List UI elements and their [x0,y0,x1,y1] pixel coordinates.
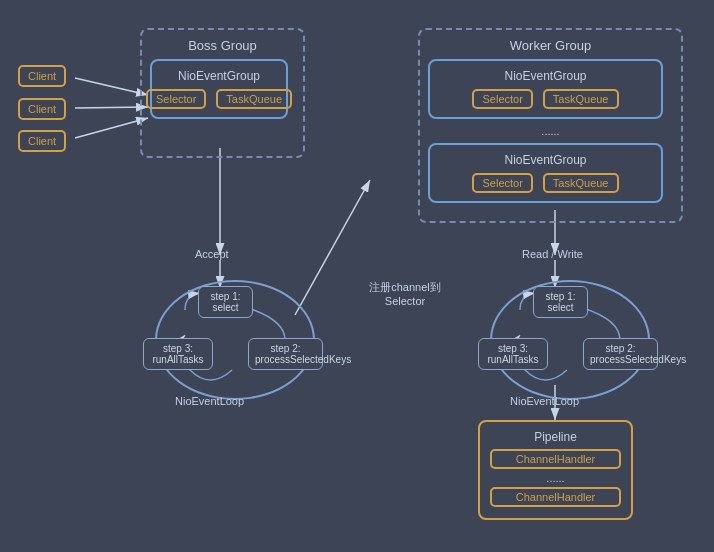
channel-handler-1: ChannelHandler [490,449,621,469]
svg-line-3 [75,107,148,108]
worker-group-title: Worker Group [428,38,673,53]
worker2-selector-tag: Selector [472,173,532,193]
boss-step1: step 1: select [198,286,253,318]
worker-event-loop-label: NioEventLoop [510,395,579,407]
svg-line-7 [295,180,370,315]
worker-event-group-2-label: NioEventGroup [440,153,651,167]
boss-nio-event-group: NioEventGroup Selector TaskQueue [150,59,288,119]
boss-group-title: Boss Group [150,38,295,53]
pipeline-dots: ...... [490,472,621,484]
worker-step1: step 1: select [533,286,588,318]
pipeline-title: Pipeline [490,430,621,444]
svg-line-2 [75,78,148,95]
boss-step2: step 2: processSelectedKeys [248,338,323,370]
worker-nio-event-group-1: NioEventGroup Selector TaskQueue [428,59,663,119]
client-1: Client [18,65,66,87]
worker1-taskqueue-tag: TaskQueue [543,89,619,109]
client-2: Client [18,98,66,120]
boss-event-loop-label: NioEventLoop [175,395,244,407]
register-channel-label: 注册channel到 Selector [360,280,450,307]
boss-group: Boss Group NioEventGroup Selector TaskQu… [140,28,305,158]
worker-step2: step 2: processSelectedKeys [583,338,658,370]
read-write-label: Read / Write [522,248,583,260]
worker-event-group-1-label: NioEventGroup [440,69,651,83]
boss-event-group-label: NioEventGroup [162,69,276,83]
pipeline: Pipeline ChannelHandler ...... ChannelHa… [478,420,633,520]
worker2-taskqueue-tag: TaskQueue [543,173,619,193]
worker-dots-1: ...... [428,125,673,137]
diagram: Client Client Client Boss Group NioEvent… [0,0,714,552]
client-3: Client [18,130,66,152]
svg-line-4 [75,118,148,138]
worker-group: Worker Group NioEventGroup Selector Task… [418,28,683,223]
boss-selector-tag: Selector [146,89,206,109]
worker-nio-event-group-2: NioEventGroup Selector TaskQueue [428,143,663,203]
boss-step3: step 3: runAllTasks [143,338,213,370]
channel-handler-2: ChannelHandler [490,487,621,507]
worker-step3: step 3: runAllTasks [478,338,548,370]
worker1-selector-tag: Selector [472,89,532,109]
accept-label: Accept [195,248,229,260]
boss-taskqueue-tag: TaskQueue [216,89,292,109]
